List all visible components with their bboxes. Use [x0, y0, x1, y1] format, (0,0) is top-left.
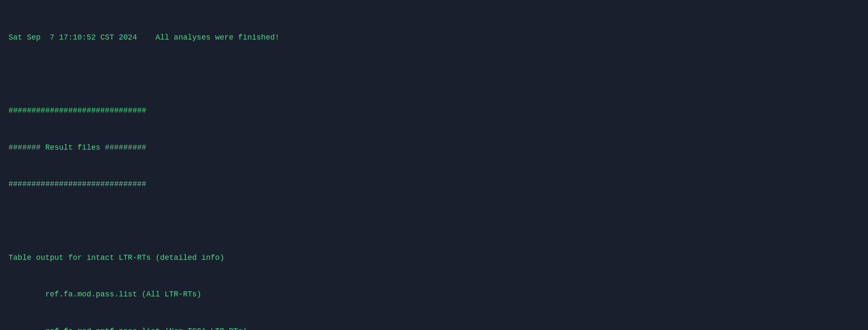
separator-line-2: ####### Result files ######### [9, 142, 859, 154]
section1-item2: ref.fa.mod.nmtf.pass.list (Non-TGCA LTR-… [9, 325, 859, 330]
separator-line-1: ############################## [9, 105, 859, 117]
blank-line-1 [9, 215, 859, 228]
terminal-output: Sat Sep 7 17:10:52 CST 2024 All analyses… [9, 7, 859, 330]
header-line: Sat Sep 7 17:10:52 CST 2024 All analyses… [9, 31, 859, 44]
separator-line-3: ############################## [9, 178, 859, 191]
section1-title: Table output for intact LTR-RTs (detaile… [9, 252, 859, 264]
section1-item1: ref.fa.mod.pass.list (All LTR-RTs) [9, 288, 859, 301]
blank-line-0 [9, 68, 859, 80]
